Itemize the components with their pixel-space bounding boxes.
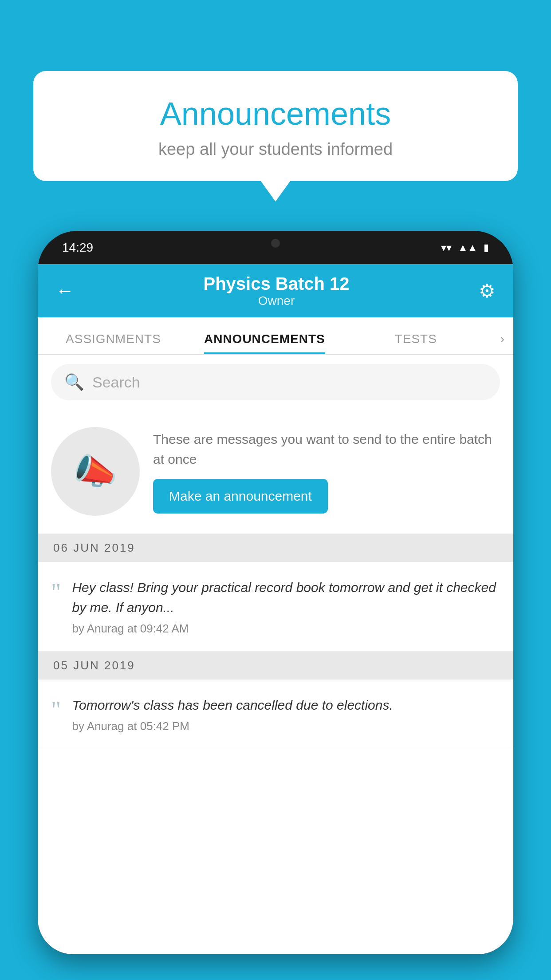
promo-content: These are messages you want to send to t… bbox=[153, 429, 500, 514]
tabs-bar: ASSIGNMENTS ANNOUNCEMENTS TESTS › bbox=[38, 317, 513, 355]
make-announcement-button[interactable]: Make an announcement bbox=[153, 479, 328, 514]
date-separator-1: 06 JUN 2019 bbox=[38, 534, 513, 562]
back-button[interactable]: ← bbox=[55, 280, 74, 301]
app-screen: ← Physics Batch 12 Owner ⚙ ASSIGNMENTS A… bbox=[38, 264, 513, 954]
announcement-item-2[interactable]: " Tomorrow's class has been cancelled du… bbox=[38, 680, 513, 749]
announcement-item-1[interactable]: " Hey class! Bring your practical record… bbox=[38, 562, 513, 652]
tab-announcements[interactable]: ANNOUNCEMENTS bbox=[189, 332, 340, 354]
tab-more[interactable]: › bbox=[492, 332, 513, 354]
front-camera bbox=[271, 239, 280, 248]
quote-icon-2: " bbox=[51, 697, 61, 722]
header-subtitle: Owner bbox=[74, 294, 479, 308]
settings-icon[interactable]: ⚙ bbox=[479, 280, 496, 302]
announcement-content-2: Tomorrow's class has been cancelled due … bbox=[72, 695, 500, 733]
status-icons: ▾▾ ▲▲ ▮ bbox=[441, 241, 489, 254]
megaphone-icon: 📣 bbox=[73, 450, 118, 492]
search-placeholder: Search bbox=[92, 374, 140, 391]
quote-icon-1: " bbox=[51, 580, 61, 604]
speech-bubble: Announcements keep all your students inf… bbox=[33, 71, 518, 181]
search-icon: 🔍 bbox=[64, 373, 84, 391]
search-container: 🔍 Search bbox=[38, 355, 513, 409]
announcement-content-1: Hey class! Bring your practical record b… bbox=[72, 577, 500, 636]
date-separator-2: 05 JUN 2019 bbox=[38, 652, 513, 680]
status-time: 14:29 bbox=[62, 241, 93, 255]
battery-icon: ▮ bbox=[484, 242, 489, 253]
announcement-meta-1: by Anurag at 09:42 AM bbox=[72, 622, 500, 636]
bubble-title: Announcements bbox=[60, 95, 491, 132]
signal-icon: ▲▲ bbox=[458, 242, 477, 253]
header-title: Physics Batch 12 bbox=[74, 274, 479, 294]
header-center: Physics Batch 12 Owner bbox=[74, 274, 479, 308]
search-bar[interactable]: 🔍 Search bbox=[51, 364, 500, 400]
wifi-icon: ▾▾ bbox=[441, 241, 452, 254]
bubble-subtitle: keep all your students informed bbox=[60, 140, 491, 159]
app-header: ← Physics Batch 12 Owner ⚙ bbox=[38, 264, 513, 317]
tab-tests[interactable]: TESTS bbox=[340, 332, 492, 354]
announcement-text-1: Hey class! Bring your practical record b… bbox=[72, 577, 500, 617]
phone-container: 14:29 ▾▾ ▲▲ ▮ ← Physics Batch 12 Owner ⚙ bbox=[38, 231, 513, 980]
announcement-text-2: Tomorrow's class has been cancelled due … bbox=[72, 695, 500, 715]
status-bar: 14:29 ▾▾ ▲▲ ▮ bbox=[38, 231, 513, 264]
phone-frame: 14:29 ▾▾ ▲▲ ▮ ← Physics Batch 12 Owner ⚙ bbox=[38, 231, 513, 954]
notch bbox=[240, 231, 311, 255]
promo-icon-circle: 📣 bbox=[51, 427, 140, 516]
tab-assignments[interactable]: ASSIGNMENTS bbox=[38, 332, 189, 354]
announcement-meta-2: by Anurag at 05:42 PM bbox=[72, 719, 500, 733]
promo-section: 📣 These are messages you want to send to… bbox=[38, 409, 513, 534]
speech-bubble-section: Announcements keep all your students inf… bbox=[33, 71, 518, 181]
promo-description: These are messages you want to send to t… bbox=[153, 429, 500, 469]
